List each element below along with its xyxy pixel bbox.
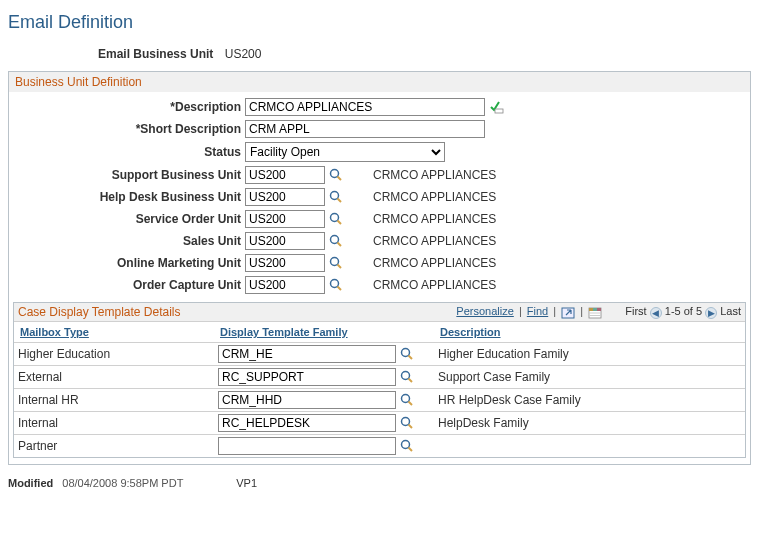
table-row: Internal HR HR HelpDesk Case Family <box>14 388 745 411</box>
description-cell: HR HelpDesk Case Family <box>434 389 745 411</box>
mailbox-type-cell: Internal HR <box>14 389 214 411</box>
order-capture-unit-desc: CRMCO APPLIANCES <box>373 278 496 292</box>
online-marketing-unit-input[interactable] <box>245 254 325 272</box>
sales-unit-desc: CRMCO APPLIANCES <box>373 234 496 248</box>
svg-line-29 <box>409 448 413 452</box>
description-label: *Description <box>9 100 245 114</box>
personalize-link[interactable]: Personalize <box>456 305 513 317</box>
lookup-icon[interactable] <box>396 416 414 431</box>
lookup-icon[interactable] <box>325 190 343 205</box>
support-bu-label: Support Business Unit <box>9 168 245 182</box>
spellcheck-icon[interactable] <box>485 99 505 115</box>
mailbox-type-cell: Partner <box>14 435 214 457</box>
svg-point-1 <box>331 170 339 178</box>
mailbox-type-cell: Internal <box>14 412 214 434</box>
svg-point-11 <box>331 280 339 288</box>
lookup-icon[interactable] <box>325 256 343 271</box>
modified-value: 08/04/2008 9:58PM PDT <box>62 477 183 489</box>
range-text: 1-5 of 5 <box>665 305 702 317</box>
support-bu-desc: CRMCO APPLIANCES <box>373 168 496 182</box>
svg-point-5 <box>331 214 339 222</box>
column-description[interactable]: Description <box>434 322 745 342</box>
display-template-family-input[interactable] <box>218 414 396 432</box>
description-cell <box>434 435 745 457</box>
svg-line-4 <box>338 199 342 203</box>
order-capture-unit-input[interactable] <box>245 276 325 294</box>
mailbox-type-cell: Higher Education <box>14 343 214 365</box>
table-row: Internal HelpDesk Family <box>14 411 745 434</box>
svg-line-25 <box>409 402 413 406</box>
svg-rect-15 <box>589 308 593 311</box>
lookup-icon[interactable] <box>325 234 343 249</box>
description-input[interactable] <box>245 98 485 116</box>
separator: | <box>580 305 583 317</box>
short-description-label: *Short Description <box>9 122 245 136</box>
find-link[interactable]: Find <box>527 305 548 317</box>
modified-user: VP1 <box>236 477 257 489</box>
view-all-icon[interactable] <box>561 305 575 317</box>
groupbox-title: Business Unit Definition <box>9 72 750 92</box>
svg-rect-17 <box>597 308 601 311</box>
status-label: Status <box>9 145 245 159</box>
svg-point-20 <box>402 349 410 357</box>
helpdesk-bu-input[interactable] <box>245 188 325 206</box>
svg-line-27 <box>409 425 413 429</box>
last-label: Last <box>720 305 741 317</box>
lookup-icon[interactable] <box>396 393 414 408</box>
svg-rect-16 <box>593 308 597 311</box>
service-order-unit-label: Service Order Unit <box>9 212 245 226</box>
first-label: First <box>625 305 646 317</box>
next-button[interactable]: ▶ <box>705 307 717 319</box>
svg-point-7 <box>331 236 339 244</box>
page-title: Email Definition <box>8 12 751 33</box>
status-select[interactable]: Facility Open <box>245 142 445 162</box>
download-icon[interactable] <box>588 305 602 317</box>
display-template-family-input[interactable] <box>218 345 396 363</box>
svg-line-8 <box>338 243 342 247</box>
svg-line-2 <box>338 177 342 181</box>
svg-point-26 <box>402 418 410 426</box>
online-marketing-unit-desc: CRMCO APPLIANCES <box>373 256 496 270</box>
service-order-unit-input[interactable] <box>245 210 325 228</box>
grid-title: Case Display Template Details <box>18 305 181 319</box>
prev-button[interactable]: ◀ <box>650 307 662 319</box>
lookup-icon[interactable] <box>396 439 414 454</box>
svg-line-6 <box>338 221 342 225</box>
short-description-input[interactable] <box>245 120 485 138</box>
online-marketing-unit-label: Online Marketing Unit <box>9 256 245 270</box>
lookup-icon[interactable] <box>396 370 414 385</box>
header-row: Email Business Unit US200 <box>98 47 751 61</box>
display-template-family-input[interactable] <box>218 391 396 409</box>
lookup-icon[interactable] <box>325 168 343 183</box>
description-cell: Higher Education Family <box>434 343 745 365</box>
mailbox-type-cell: External <box>14 366 214 388</box>
svg-line-23 <box>409 379 413 383</box>
column-mailbox-type[interactable]: Mailbox Type <box>14 322 214 342</box>
lookup-icon[interactable] <box>396 347 414 362</box>
service-order-unit-desc: CRMCO APPLIANCES <box>373 212 496 226</box>
sales-unit-input[interactable] <box>245 232 325 250</box>
column-display-template-family[interactable]: Display Template Family <box>214 322 434 342</box>
case-display-template-grid: Case Display Template Details Personaliz… <box>13 302 746 458</box>
svg-line-12 <box>338 287 342 291</box>
display-template-family-input[interactable] <box>218 368 396 386</box>
lookup-icon[interactable] <box>325 212 343 227</box>
helpdesk-bu-label: Help Desk Business Unit <box>9 190 245 204</box>
helpdesk-bu-desc: CRMCO APPLIANCES <box>373 190 496 204</box>
svg-point-3 <box>331 192 339 200</box>
lookup-icon[interactable] <box>325 278 343 293</box>
svg-rect-0 <box>495 109 503 113</box>
description-cell: Support Case Family <box>434 366 745 388</box>
support-bu-input[interactable] <box>245 166 325 184</box>
order-capture-unit-label: Order Capture Unit <box>9 278 245 292</box>
display-template-family-input[interactable] <box>218 437 396 455</box>
modified-label: Modified <box>8 477 53 489</box>
table-row: Partner <box>14 434 745 457</box>
svg-line-10 <box>338 265 342 269</box>
svg-point-22 <box>402 372 410 380</box>
separator: | <box>553 305 556 317</box>
description-cell: HelpDesk Family <box>434 412 745 434</box>
svg-point-9 <box>331 258 339 266</box>
table-row: External Support Case Family <box>14 365 745 388</box>
sales-unit-label: Sales Unit <box>9 234 245 248</box>
